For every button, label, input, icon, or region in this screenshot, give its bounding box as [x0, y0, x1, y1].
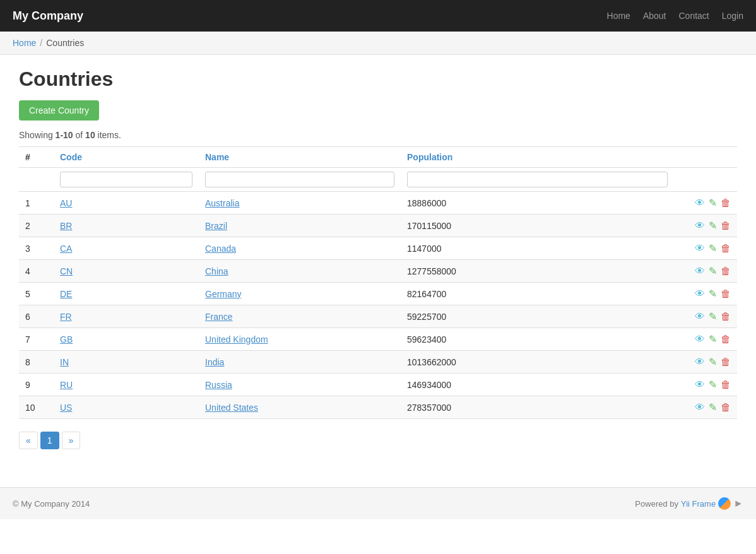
view-icon[interactable]: 👁	[695, 357, 705, 368]
edit-icon[interactable]: ✎	[709, 265, 717, 277]
table-row: 9RURussia146934000 👁 ✎ 🗑	[19, 374, 737, 396]
filter-population-input[interactable]	[407, 172, 668, 187]
code-link[interactable]: RU	[60, 380, 73, 390]
code-link[interactable]: FR	[60, 312, 72, 322]
cell-name: Canada	[199, 237, 401, 260]
edit-icon[interactable]: ✎	[709, 220, 717, 232]
cell-code: DE	[54, 283, 199, 305]
cell-name: United States	[199, 396, 401, 419]
edit-icon[interactable]: ✎	[709, 310, 717, 322]
name-link[interactable]: Russia	[205, 380, 232, 390]
cell-num: 4	[19, 260, 54, 283]
nav-home[interactable]: Home	[607, 11, 630, 21]
edit-icon[interactable]: ✎	[709, 401, 717, 413]
cell-population: 59623400	[401, 328, 674, 351]
edit-icon[interactable]: ✎	[709, 379, 717, 391]
table-row: 4CNChina1277558000 👁 ✎ 🗑	[19, 260, 737, 283]
code-link[interactable]: CN	[60, 266, 73, 276]
cell-population: 278357000	[401, 396, 674, 419]
view-icon[interactable]: 👁	[695, 197, 705, 209]
filter-row	[19, 168, 737, 192]
cell-actions: 👁 ✎ 🗑	[674, 374, 737, 396]
brand-link[interactable]: My Company	[13, 9, 83, 23]
action-icons: 👁 ✎ 🗑	[680, 310, 731, 322]
name-link[interactable]: China	[205, 266, 228, 276]
cell-num: 6	[19, 305, 54, 328]
view-icon[interactable]: 👁	[695, 288, 705, 300]
showing-text: Showing 1-10 of 10 items.	[19, 130, 737, 140]
pagination-prev[interactable]: «	[19, 432, 38, 449]
cell-code: GB	[54, 328, 199, 351]
col-header-name[interactable]: Name	[199, 147, 401, 168]
edit-icon[interactable]: ✎	[709, 288, 717, 300]
delete-icon[interactable]: 🗑	[721, 220, 731, 232]
delete-icon[interactable]: 🗑	[721, 357, 731, 368]
cell-population: 59225700	[401, 305, 674, 328]
cell-population: 1277558000	[401, 260, 674, 283]
delete-icon[interactable]: 🗑	[721, 311, 731, 322]
code-link[interactable]: BR	[60, 221, 72, 231]
name-link[interactable]: Brazil	[205, 221, 227, 231]
filter-name-input[interactable]	[205, 172, 394, 187]
delete-icon[interactable]: 🗑	[721, 266, 731, 277]
delete-icon[interactable]: 🗑	[721, 197, 731, 209]
cell-num: 10	[19, 396, 54, 419]
delete-icon[interactable]: 🗑	[721, 243, 731, 254]
col-header-population[interactable]: Population	[401, 147, 674, 168]
name-link[interactable]: United Kingdom	[205, 334, 268, 345]
view-icon[interactable]: 👁	[695, 243, 705, 254]
code-link[interactable]: DE	[60, 289, 72, 299]
edit-icon[interactable]: ✎	[709, 197, 717, 209]
showing-count: 10	[85, 130, 95, 140]
cell-num: 5	[19, 283, 54, 305]
col-header-code[interactable]: Code	[54, 147, 199, 168]
view-icon[interactable]: 👁	[695, 311, 705, 322]
cell-actions: 👁 ✎ 🗑	[674, 328, 737, 351]
cell-actions: 👁 ✎ 🗑	[674, 215, 737, 237]
delete-icon[interactable]: 🗑	[721, 288, 731, 300]
cell-actions: 👁 ✎ 🗑	[674, 260, 737, 283]
edit-icon[interactable]: ✎	[709, 242, 717, 254]
name-link[interactable]: France	[205, 312, 233, 322]
view-icon[interactable]: 👁	[695, 379, 705, 391]
cell-population: 1147000	[401, 237, 674, 260]
pagination-next[interactable]: »	[62, 432, 81, 449]
code-link[interactable]: GB	[60, 334, 73, 345]
arrow-icon: ►	[733, 498, 743, 509]
delete-icon[interactable]: 🗑	[721, 379, 731, 391]
code-link[interactable]: US	[60, 403, 72, 413]
edit-icon[interactable]: ✎	[709, 333, 717, 345]
action-icons: 👁 ✎ 🗑	[680, 356, 731, 368]
name-link[interactable]: Canada	[205, 244, 236, 254]
name-link[interactable]: United States	[205, 403, 258, 413]
name-link[interactable]: Germany	[205, 289, 242, 299]
footer: © My Company 2014 Powered by Yii Frame ►	[0, 487, 756, 519]
filter-code-input[interactable]	[60, 172, 192, 187]
code-link[interactable]: CA	[60, 244, 72, 254]
view-icon[interactable]: 👁	[695, 220, 705, 232]
name-link[interactable]: Australia	[205, 198, 239, 208]
name-link[interactable]: India	[205, 357, 224, 367]
nav-login[interactable]: Login	[722, 11, 743, 21]
pagination-page-1[interactable]: 1	[40, 432, 59, 449]
cell-name: United Kingdom	[199, 328, 401, 351]
code-link[interactable]: IN	[60, 357, 69, 367]
create-country-button[interactable]: Create Country	[19, 100, 99, 121]
nav-contact[interactable]: Contact	[678, 11, 709, 21]
cell-name: France	[199, 305, 401, 328]
table-row: 8INIndia1013662000 👁 ✎ 🗑	[19, 351, 737, 374]
nav-about[interactable]: About	[643, 11, 666, 21]
yii-link[interactable]: Yii Frame	[681, 499, 716, 509]
code-link[interactable]: AU	[60, 198, 72, 208]
action-icons: 👁 ✎ 🗑	[680, 401, 731, 413]
delete-icon[interactable]: 🗑	[721, 334, 731, 345]
view-icon[interactable]: 👁	[695, 266, 705, 277]
action-icons: 👁 ✎ 🗑	[680, 197, 731, 209]
delete-icon[interactable]: 🗑	[721, 402, 731, 413]
edit-icon[interactable]: ✎	[709, 356, 717, 368]
view-icon[interactable]: 👁	[695, 402, 705, 413]
pagination: « 1 »	[19, 432, 737, 449]
breadcrumb-home[interactable]: Home	[13, 38, 36, 48]
view-icon[interactable]: 👁	[695, 334, 705, 345]
cell-population: 1013662000	[401, 351, 674, 374]
